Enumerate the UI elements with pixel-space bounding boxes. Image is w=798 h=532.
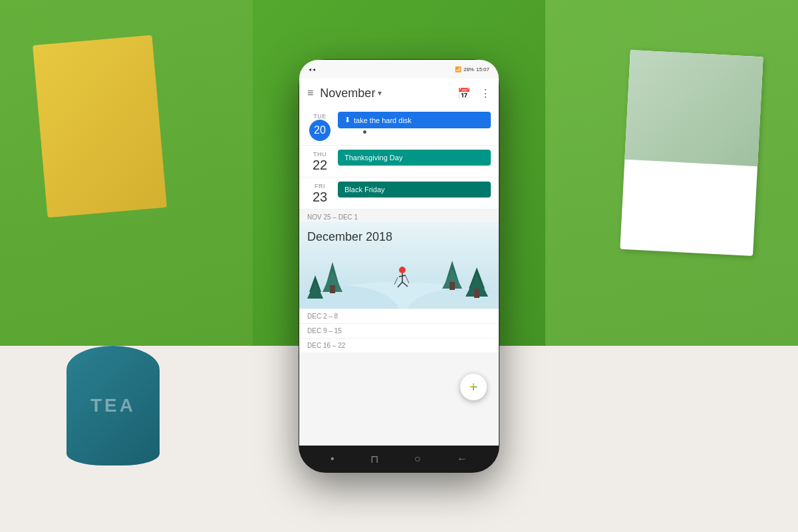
event-title-black-friday: Black Friday — [344, 186, 385, 194]
event-chip-black-friday[interactable]: Black Friday — [338, 182, 491, 198]
battery-text: 28% — [464, 66, 474, 72]
menu-icon[interactable]: ≡ — [307, 87, 313, 99]
svg-rect-8 — [450, 282, 455, 290]
event-row-nov22: THU 22 Thanksgiving Day — [299, 146, 499, 178]
book-left — [33, 35, 167, 218]
day-number-23: 23 — [313, 190, 327, 204]
download-icon: ⬇ — [344, 116, 350, 124]
month-title: November — [320, 86, 375, 100]
dec-week-row-2-8: DEC 2 – 8 — [299, 309, 499, 323]
scene: ◂ ◂ 📶 28% 15:07 ≡ November ▾ 📅 — [0, 0, 798, 532]
nav-recent-icon[interactable]: ⊓ — [370, 453, 378, 466]
event-title-thanksgiving: Thanksgiving Day — [344, 154, 402, 162]
fab-plus-icon: + — [469, 378, 478, 396]
event-chip-thanksgiving[interactable]: Thanksgiving Day — [338, 150, 491, 166]
december-illustration: December 2018 — [299, 222, 499, 309]
date-col-22: THU 22 — [307, 150, 332, 172]
week-separator-nov25: NOV 25 – DEC 1 — [299, 209, 499, 222]
wifi-icon: 📶 — [455, 66, 462, 72]
events-col-22: Thanksgiving Day — [338, 150, 491, 166]
nav-dot-icon[interactable]: • — [331, 453, 334, 465]
more-options-icon[interactable]: ⋮ — [480, 87, 491, 100]
day-name-fri: FRI — [315, 183, 325, 190]
svg-line-16 — [399, 275, 406, 277]
nav-home-icon[interactable]: ○ — [414, 453, 421, 465]
day-number-22: 22 — [313, 158, 327, 172]
status-icons: ◂ ◂ — [309, 66, 315, 72]
card-image — [624, 50, 763, 166]
phone-screen: ≡ November ▾ 📅 ⋮ TUE 20 — [299, 78, 499, 446]
fab-add-button[interactable]: + — [460, 374, 487, 400]
phone-bottom-nav: • ⊓ ○ ← — [299, 446, 499, 472]
calendar-icon[interactable]: 📅 — [458, 87, 471, 100]
phone-wrapper: ◂ ◂ 📶 28% 15:07 ≡ November ▾ 📅 — [299, 60, 499, 472]
time-display: 15:07 — [476, 66, 489, 72]
status-right: 📶 28% 15:07 — [455, 66, 489, 72]
header-title: November ▾ — [320, 86, 451, 100]
event-chip-hard-disk[interactable]: ⬇ take the hard disk — [338, 112, 491, 128]
event-dot — [363, 130, 366, 134]
events-col-20: ⬇ take the hard disk — [338, 112, 491, 136]
tea-tin — [66, 346, 160, 466]
day-number-20: 20 — [309, 120, 331, 141]
day-name-tue: TUE — [313, 113, 327, 120]
december-section: December 2018 — [299, 222, 499, 352]
dropdown-arrow-icon[interactable]: ▾ — [378, 88, 382, 98]
events-col-23: Black Friday — [338, 182, 491, 198]
svg-point-14 — [399, 267, 406, 273]
svg-rect-5 — [330, 285, 335, 293]
event-row-nov23: FRI 23 Black Friday — [299, 178, 499, 209]
nav-back-icon[interactable]: ← — [457, 453, 467, 465]
dec-week-row-16-22: DEC 16 – 22 — [299, 338, 499, 352]
phone: ◂ ◂ 📶 28% 15:07 ≡ November ▾ 📅 — [299, 60, 499, 472]
date-col-20: TUE 20 — [307, 112, 332, 141]
date-col-23: FRI 23 — [307, 182, 332, 204]
svg-rect-11 — [474, 289, 479, 298]
dec-week-row-9-15: DEC 9 – 15 — [299, 323, 499, 338]
app-header: ≡ November ▾ 📅 ⋮ — [299, 78, 499, 108]
event-title-hard-disk: take the hard disk — [354, 116, 412, 124]
day-name-thu: THU — [313, 151, 327, 158]
status-bar: ◂ ◂ 📶 28% 15:07 — [299, 60, 499, 78]
winter-scene-svg — [299, 235, 499, 309]
status-left: ◂ ◂ — [309, 66, 315, 72]
card-right — [620, 50, 763, 256]
event-row-nov20: TUE 20 ⬇ take the hard disk — [299, 108, 499, 146]
